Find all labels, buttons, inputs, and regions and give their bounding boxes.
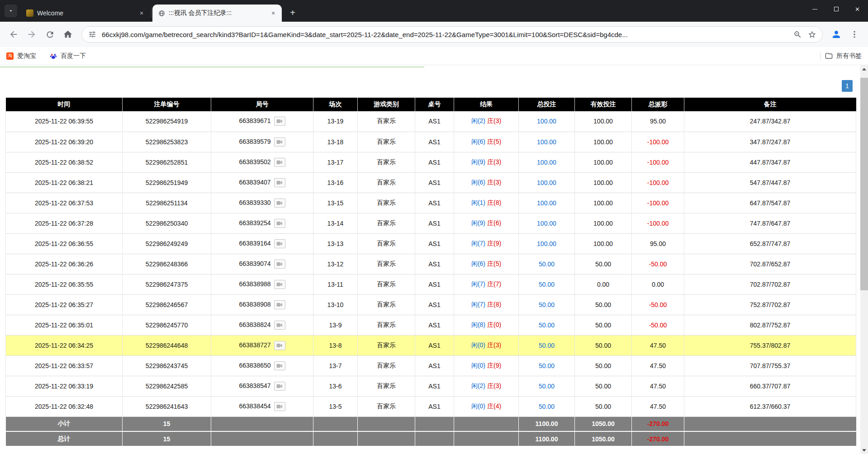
replay-video-icon[interactable]: [274, 260, 285, 269]
subtotal-valid-bet: 1050.00: [575, 416, 632, 431]
replay-video-icon[interactable]: [274, 321, 285, 330]
cell-session: 13-5: [313, 396, 358, 416]
cell-total-bet-link[interactable]: 50.00: [519, 254, 575, 274]
table-row: 2025-11-22 06:35:01 522986245770 6638388…: [6, 315, 856, 335]
replay-video-icon[interactable]: [274, 382, 285, 391]
result-player: 闲(2): [471, 382, 485, 389]
minimize-button[interactable]: [804, 0, 825, 18]
tab-bet-record[interactable]: :::视讯 会员下注纪录::: ×: [152, 5, 282, 22]
replay-video-icon[interactable]: [274, 239, 285, 248]
replay-video-icon[interactable]: [274, 341, 285, 350]
table-row: 2025-11-22 06:34:25 522986244648 6638387…: [6, 335, 856, 355]
replay-video-icon[interactable]: [274, 300, 285, 309]
pagination-page-1-button[interactable]: 1: [842, 80, 853, 92]
cell-bet-id: 522986252851: [123, 152, 211, 172]
replay-video-icon[interactable]: [274, 137, 285, 147]
replay-video-icon[interactable]: [274, 280, 285, 289]
scroll-down-arrow-icon: [862, 449, 866, 452]
cell-total-bet-link[interactable]: 100.00: [519, 111, 575, 132]
tab-close-icon[interactable]: ×: [269, 9, 277, 17]
cell-bet-id: 522986251134: [123, 193, 211, 213]
replay-video-icon[interactable]: [274, 178, 285, 187]
address-bar[interactable]: 66cxkj98.com/game/betrecord_search/kind3…: [81, 26, 823, 43]
scroll-down-button[interactable]: [860, 446, 868, 454]
replay-video-icon[interactable]: [274, 219, 285, 228]
reload-button[interactable]: [42, 26, 58, 43]
bookmark-taobao[interactable]: 淘 爱淘宝: [6, 52, 36, 60]
cell-round: 663839407: [211, 172, 313, 193]
cell-game-type: 百家乐: [358, 132, 415, 152]
cell-total-bet-link[interactable]: 50.00: [519, 335, 575, 355]
replay-video-icon[interactable]: [274, 117, 285, 126]
cell-total-bet-link[interactable]: 100.00: [519, 132, 575, 152]
subtotal-row: 小计 15 1100.00 1050.00 -270.00: [6, 416, 856, 431]
maximize-button[interactable]: [825, 0, 847, 18]
cell-payout: -50.00: [632, 294, 684, 315]
bookmarks-bar: 淘 爱淘宝 百度一下 所有书签: [0, 47, 868, 65]
cell-bet-id: 522986242585: [123, 376, 211, 396]
forward-arrow-icon: [27, 29, 37, 39]
tab-welcome[interactable]: Welcome ×: [21, 5, 150, 22]
bookmarks-right: 所有书签: [820, 52, 862, 61]
cell-session: 13-17: [313, 152, 358, 172]
new-tab-button[interactable]: +: [286, 6, 299, 19]
cell-round: 663838650: [211, 355, 313, 376]
cell-total-bet-link[interactable]: 100.00: [519, 172, 575, 193]
scrollbar-thumb[interactable]: [860, 78, 868, 290]
bookmark-star-icon[interactable]: [807, 29, 817, 39]
site-info-icon[interactable]: [87, 29, 97, 39]
cell-time: 2025-11-22 06:33:57: [6, 355, 123, 376]
replay-video-icon[interactable]: [274, 199, 285, 208]
tab-close-icon[interactable]: ×: [138, 9, 146, 17]
cell-table-no: AS1: [415, 315, 454, 335]
url-text[interactable]: 66cxkj98.com/game/betrecord_search/kind3…: [102, 31, 788, 38]
forward-button[interactable]: [24, 26, 40, 43]
minimize-icon: [812, 9, 817, 9]
menu-button[interactable]: [846, 26, 863, 43]
cell-game-type: 百家乐: [358, 193, 415, 213]
cell-total-bet-link[interactable]: 100.00: [519, 213, 575, 233]
tab-search-button[interactable]: [5, 5, 17, 17]
cell-total-bet-link[interactable]: 100.00: [519, 193, 575, 213]
bookmark-baidu[interactable]: 百度一下: [50, 52, 86, 60]
empty-cell: [358, 431, 415, 446]
replay-video-icon[interactable]: [274, 402, 285, 411]
scroll-up-button[interactable]: [860, 65, 868, 73]
cell-total-bet-link[interactable]: 50.00: [519, 294, 575, 315]
cell-remark: 612.37/660.37: [684, 396, 856, 416]
column-header: 有效投注: [575, 98, 632, 111]
result-banker: 庄(3): [487, 341, 501, 349]
zoom-indicator-icon[interactable]: [792, 29, 802, 39]
back-button[interactable]: [5, 26, 22, 43]
cell-valid-bet: 50.00: [575, 315, 632, 335]
cell-session: 13-10: [313, 294, 358, 315]
vertical-scrollbar[interactable]: [860, 65, 868, 454]
cell-total-bet-link[interactable]: 50.00: [519, 274, 575, 294]
result-player: 闲(0): [471, 341, 485, 349]
result-banker: 庄(3): [487, 117, 501, 124]
total-total-bet: 1100.00: [519, 431, 575, 446]
cell-total-bet-link[interactable]: 100.00: [519, 233, 575, 254]
cell-session: 13-15: [313, 193, 358, 213]
table-row: 2025-11-22 06:35:27 522986246567 6638389…: [6, 294, 856, 315]
close-button[interactable]: ✕: [847, 0, 868, 18]
cell-round: 663838454: [211, 396, 313, 416]
home-button[interactable]: [60, 26, 76, 43]
cell-total-bet-link[interactable]: 50.00: [519, 396, 575, 416]
replay-video-icon[interactable]: [274, 361, 285, 370]
cell-session: 13-19: [313, 111, 358, 132]
cell-round: 663839671: [211, 111, 313, 132]
cell-total-bet-link[interactable]: 100.00: [519, 152, 575, 172]
result-banker: 庄(9): [487, 240, 501, 247]
cell-total-bet-link[interactable]: 50.00: [519, 315, 575, 335]
cell-payout: 47.50: [632, 335, 684, 355]
cell-total-bet-link[interactable]: 50.00: [519, 355, 575, 376]
replay-video-icon[interactable]: [274, 158, 285, 167]
all-bookmarks-button[interactable]: 所有书签: [825, 52, 862, 60]
cell-session: 13-9: [313, 315, 358, 335]
round-number: 663838988: [239, 280, 270, 287]
profile-button[interactable]: [828, 26, 844, 43]
chevron-down-icon: [8, 8, 14, 14]
cell-total-bet-link[interactable]: 50.00: [519, 376, 575, 396]
window-controls: ✕: [804, 0, 868, 18]
